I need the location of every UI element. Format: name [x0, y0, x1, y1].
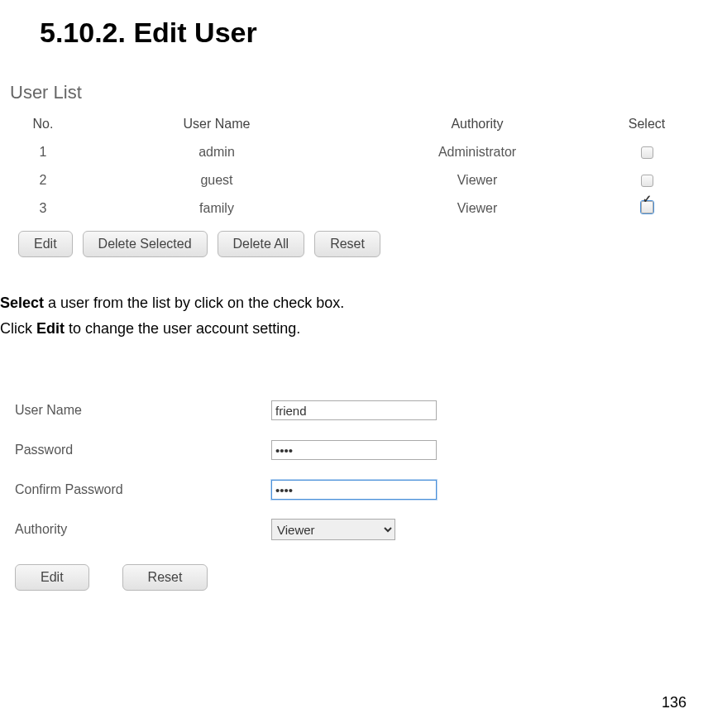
instruction-text-pre: Click [0, 320, 36, 337]
col-header-auth: Authority [357, 117, 597, 132]
page-number: 136 [662, 694, 686, 711]
row-checkbox[interactable] [641, 175, 653, 187]
delete-selected-button[interactable]: Delete Selected [83, 231, 208, 257]
form-row-confirm: Confirm Password [15, 470, 703, 510]
delete-all-button[interactable]: Delete All [218, 231, 305, 257]
edit-form-buttons: Edit Reset [15, 549, 703, 591]
cell-no: 1 [10, 145, 76, 160]
instruction-bold: Select [0, 295, 44, 311]
instruction-text-rest: a user from the list by click on the che… [44, 295, 344, 311]
row-checkbox[interactable] [641, 146, 653, 159]
table-row: 2 guest Viewer [10, 166, 703, 194]
col-header-select: Select [597, 117, 696, 132]
reset-button[interactable]: Reset [314, 231, 380, 257]
user-list-section: User List No. User Name Authority Select… [0, 82, 703, 257]
form-row-authority: Authority Viewer [15, 510, 703, 549]
table-row: 3 family Viewer [10, 194, 703, 223]
cell-name: family [76, 201, 357, 216]
cell-auth: Administrator [357, 145, 597, 160]
instruction-text-rest: to change the user account setting. [65, 320, 300, 337]
instruction-text: Select a user from the list by click on … [0, 257, 703, 341]
table-row: 1 admin Administrator [10, 138, 703, 166]
cell-select [597, 173, 696, 188]
row-checkbox-checked[interactable] [641, 201, 653, 213]
username-input[interactable] [271, 400, 437, 420]
cell-select [597, 200, 696, 217]
row-checkbox-focus-ring [640, 200, 654, 214]
instruction-line-2: Click Edit to change the user account se… [0, 316, 703, 342]
user-table: No. User Name Authority Select 1 admin A… [10, 110, 703, 223]
user-list-buttons: Edit Delete Selected Delete All Reset [10, 223, 703, 257]
reset-button[interactable]: Reset [122, 564, 208, 591]
confirm-password-input[interactable] [271, 480, 437, 500]
authority-select[interactable]: Viewer [271, 519, 395, 540]
password-input[interactable] [271, 440, 437, 460]
cell-no: 2 [10, 173, 76, 188]
user-table-header: No. User Name Authority Select [10, 110, 703, 138]
cell-auth: Viewer [357, 201, 597, 216]
cell-no: 3 [10, 201, 76, 216]
cell-name: admin [76, 145, 357, 160]
username-label: User Name [15, 403, 271, 418]
cell-select [597, 145, 696, 160]
col-header-name: User Name [76, 117, 357, 132]
edit-button[interactable]: Edit [18, 231, 73, 257]
authority-label: Authority [15, 522, 271, 537]
edit-user-form: User Name Password Confirm Password Auth… [0, 341, 703, 591]
confirm-password-label: Confirm Password [15, 482, 271, 497]
password-label: Password [15, 443, 271, 457]
instruction-bold: Edit [36, 320, 65, 337]
cell-name: guest [76, 173, 357, 188]
form-row-username: User Name [15, 390, 703, 430]
section-heading: 5.10.2. Edit User [0, 0, 703, 82]
form-row-password: Password [15, 430, 703, 470]
cell-auth: Viewer [357, 173, 597, 188]
user-list-title: User List [10, 82, 703, 110]
edit-button[interactable]: Edit [15, 564, 89, 591]
instruction-line-1: Select a user from the list by click on … [0, 290, 703, 316]
col-header-no: No. [10, 117, 76, 132]
